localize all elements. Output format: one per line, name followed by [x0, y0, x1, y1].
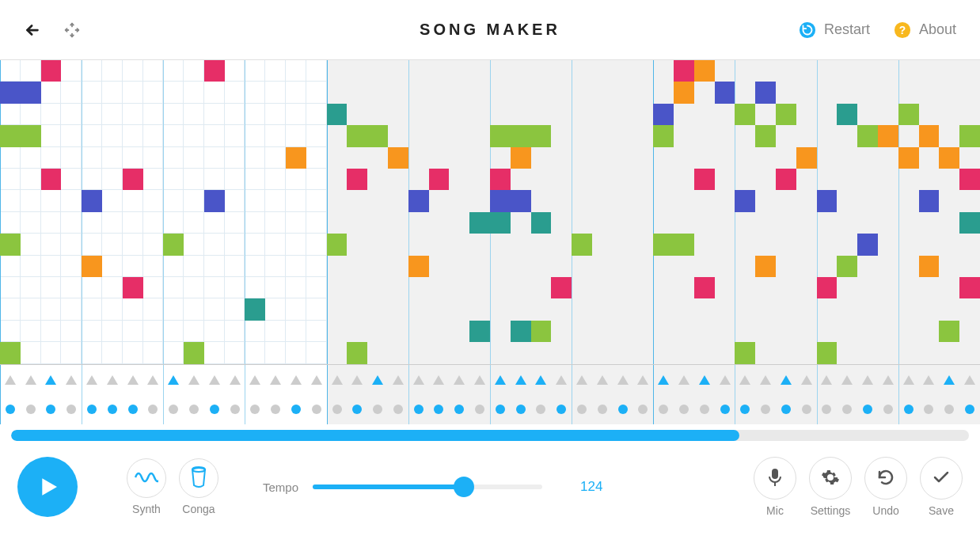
beat-cell[interactable]	[715, 365, 735, 424]
beat-cell[interactable]	[776, 365, 796, 424]
note-cell[interactable]	[469, 321, 490, 342]
note-cell[interactable]	[735, 190, 755, 211]
note-cell[interactable]	[490, 169, 511, 190]
note-cell[interactable]	[511, 321, 531, 342]
beat-cell[interactable]	[837, 365, 857, 424]
beat-cell[interactable]	[408, 365, 429, 424]
note-cell[interactable]	[694, 169, 715, 190]
note-cell[interactable]	[388, 147, 408, 169]
beat-cell[interactable]	[572, 365, 592, 424]
note-cell[interactable]	[837, 256, 857, 277]
note-cell[interactable]	[408, 190, 429, 211]
note-cell[interactable]	[21, 125, 41, 146]
beat-cell[interactable]	[469, 365, 490, 424]
beat-cell[interactable]	[41, 365, 62, 424]
note-cell[interactable]	[82, 256, 102, 277]
note-cell[interactable]	[531, 212, 552, 234]
beat-cell[interactable]	[21, 365, 41, 424]
beat-cell[interactable]	[755, 365, 776, 424]
note-cell[interactable]	[959, 169, 980, 190]
beat-cell[interactable]	[490, 365, 511, 424]
note-cell[interactable]	[898, 147, 919, 169]
note-cell[interactable]	[531, 321, 552, 342]
note-cell[interactable]	[511, 190, 531, 211]
progress-bar[interactable]	[11, 430, 969, 441]
note-cell[interactable]	[715, 82, 735, 103]
note-cell[interactable]	[837, 104, 857, 125]
note-cell[interactable]	[123, 277, 143, 298]
note-cell[interactable]	[511, 125, 531, 146]
note-cell[interactable]	[21, 82, 41, 103]
note-cell[interactable]	[817, 277, 838, 298]
note-cell[interactable]	[755, 82, 776, 103]
note-cell[interactable]	[939, 147, 959, 169]
note-cell[interactable]	[755, 256, 776, 277]
beat-cell[interactable]	[306, 365, 327, 424]
beat-cell[interactable]	[939, 365, 959, 424]
beat-cell[interactable]	[796, 365, 817, 424]
note-cell[interactable]	[41, 60, 62, 82]
note-cell[interactable]	[531, 125, 552, 146]
beat-cell[interactable]	[429, 365, 450, 424]
beat-cell[interactable]	[265, 365, 286, 424]
note-cell[interactable]	[735, 342, 755, 363]
note-cell[interactable]	[469, 212, 490, 234]
note-cell[interactable]	[694, 277, 715, 298]
beat-cell[interactable]	[919, 365, 940, 424]
note-cell[interactable]	[347, 125, 367, 146]
note-cell[interactable]	[204, 60, 225, 82]
note-cell[interactable]	[898, 104, 919, 125]
note-cell[interactable]	[919, 256, 940, 277]
play-button[interactable]	[17, 457, 78, 517]
note-cell[interactable]	[959, 277, 980, 298]
beat-cell[interactable]	[674, 365, 694, 424]
beat-cell[interactable]	[102, 365, 123, 424]
beat-cell[interactable]	[123, 365, 143, 424]
beat-cell[interactable]	[878, 365, 898, 424]
note-cell[interactable]	[817, 190, 838, 211]
note-cell[interactable]	[327, 234, 348, 255]
tempo-slider[interactable]	[313, 484, 542, 489]
note-cell[interactable]	[82, 190, 102, 211]
beat-cell[interactable]	[511, 365, 531, 424]
note-cell[interactable]	[0, 234, 21, 255]
beat-cell[interactable]	[286, 365, 306, 424]
note-cell[interactable]	[490, 125, 511, 146]
beat-cell[interactable]	[61, 365, 82, 424]
beat-cell[interactable]	[82, 365, 102, 424]
beat-cell[interactable]	[653, 365, 674, 424]
note-cell[interactable]	[511, 147, 531, 169]
beat-cell[interactable]	[959, 365, 980, 424]
beat-cell[interactable]	[857, 365, 878, 424]
beat-cell[interactable]	[367, 365, 388, 424]
note-cell[interactable]	[245, 298, 265, 320]
beat-cell[interactable]	[449, 365, 469, 424]
note-cell[interactable]	[347, 169, 367, 190]
beat-cell[interactable]	[694, 365, 715, 424]
beat-cell[interactable]	[225, 365, 245, 424]
beat-cell[interactable]	[551, 365, 572, 424]
note-cell[interactable]	[694, 60, 715, 82]
beat-cell[interactable]	[632, 365, 653, 424]
note-cell[interactable]	[204, 190, 225, 211]
note-cell[interactable]	[674, 82, 694, 103]
note-cell[interactable]	[0, 82, 21, 103]
note-cell[interactable]	[959, 125, 980, 146]
fullscreen-icon[interactable]	[63, 21, 81, 39]
note-cell[interactable]	[653, 234, 674, 255]
back-icon[interactable]	[24, 21, 41, 39]
beat-cell[interactable]	[613, 365, 633, 424]
note-cell[interactable]	[857, 125, 878, 146]
note-cell[interactable]	[674, 234, 694, 255]
note-cell[interactable]	[755, 125, 776, 146]
note-cell[interactable]	[41, 169, 62, 190]
note-cell[interactable]	[327, 104, 348, 125]
note-cell[interactable]	[919, 125, 940, 146]
beat-cell[interactable]	[327, 365, 348, 424]
undo-button[interactable]: Undo	[864, 457, 907, 517]
beat-cell[interactable]	[184, 365, 204, 424]
mic-button[interactable]: Mic	[754, 457, 796, 517]
note-cell[interactable]	[347, 342, 367, 363]
beat-cell[interactable]	[817, 365, 838, 424]
note-grid[interactable]	[0, 60, 980, 364]
